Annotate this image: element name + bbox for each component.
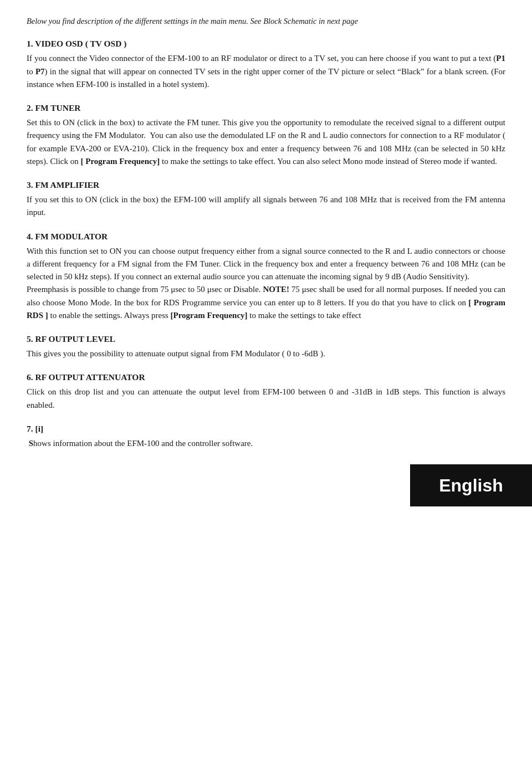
bold-p7: P7 [35, 67, 45, 76]
section-6-number: 6. [27, 372, 35, 382]
section-5-title: 5. RF OUTPUT LEVEL [27, 334, 505, 344]
english-banner: English [410, 464, 532, 506]
program-frequency-ref-2: [Program Frequency] [171, 311, 248, 320]
section-2-body: Set this to ON (click in the box) to act… [27, 116, 505, 168]
section-video-osd: 1. VIDEO OSD ( TV OSD ) If you connect t… [27, 39, 505, 91]
section-rf-output-level: 5. RF OUTPUT LEVEL This gives you the po… [27, 334, 505, 360]
section-2-number: 2. [27, 103, 35, 112]
section-1-number: 1. [27, 39, 35, 48]
section-7-title: 7. [i] [27, 424, 505, 434]
section-3-heading: FM AMPLIFIER [35, 180, 100, 190]
section-2-heading: FM TUNER [35, 103, 81, 112]
section-rf-output-attenuator: 6. RF OUTPUT ATTENUATOR Click on this dr… [27, 372, 505, 412]
section-2-title: 2. FM TUNER [27, 103, 505, 113]
program-frequency-ref-1: [ Program Frequency] [81, 157, 160, 166]
section-3-number: 3. [27, 180, 35, 190]
section-3-title: 3. FM AMPLIFIER [27, 180, 505, 190]
note-bold: NOTE! [263, 285, 289, 294]
section-4-number: 4. [27, 232, 35, 241]
page-header: Below you find description of the differ… [27, 16, 505, 27]
bold-p1: P1 [496, 54, 505, 63]
english-label: English [439, 475, 503, 496]
section-4-body: With this function set to ON you can cho… [27, 245, 505, 322]
section-1-heading: VIDEO OSD ( TV OSD ) [35, 39, 126, 48]
section-5-heading: RF OUTPUT LEVEL [35, 334, 116, 344]
section-4-title: 4. FM MODULATOR [27, 232, 505, 242]
section-7-number: 7. [27, 424, 35, 433]
section-fm-tuner: 2. FM TUNER Set this to ON (click in the… [27, 103, 505, 168]
program-rds-ref: [ Program RDS ] [27, 298, 505, 320]
page-container: Below you find description of the differ… [0, 0, 532, 506]
section-info: 7. [i] Shows information about the EFM-1… [27, 424, 505, 450]
section-1-title: 1. VIDEO OSD ( TV OSD ) [27, 39, 505, 49]
section-3-body: If you set this to ON (click in the box)… [27, 193, 505, 219]
section-6-title: 6. RF OUTPUT ATTENUATOR [27, 372, 505, 382]
section-6-body: Click on this drop list and you can atte… [27, 386, 505, 412]
section-7-heading: [i] [35, 424, 44, 433]
section-7-body: Shows information about the EFM-100 and … [27, 437, 505, 450]
section-1-body: If you connect the Video connector of th… [27, 52, 505, 91]
section-6-heading: RF OUTPUT ATTENUATOR [35, 372, 145, 382]
section-5-body: This gives you the possibility to attenu… [27, 347, 505, 360]
section-5-number: 5. [27, 334, 35, 344]
section-4-heading: FM MODULATOR [35, 232, 108, 241]
section-fm-amplifier: 3. FM AMPLIFIER If you set this to ON (c… [27, 180, 505, 219]
section-fm-modulator: 4. FM MODULATOR With this function set t… [27, 232, 505, 322]
